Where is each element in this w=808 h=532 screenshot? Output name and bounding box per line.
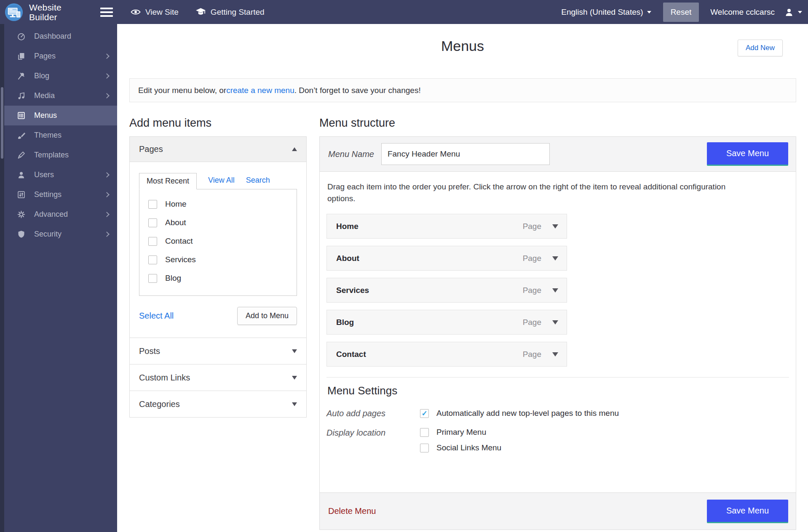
notice-text-pre: Edit your menu below, or: [138, 86, 226, 95]
sidebar-item-pages[interactable]: Pages: [4, 46, 117, 66]
menu-item-blog[interactable]: Blog Page: [326, 310, 567, 335]
primary-menu-checkbox[interactable]: [420, 428, 429, 437]
accordion-posts-header[interactable]: Posts: [130, 338, 306, 364]
user-menu[interactable]: [784, 7, 802, 17]
sidebar-scrollbar-thumb[interactable]: [1, 87, 3, 159]
drag-instructions: Drag each item into the order you prefer…: [327, 181, 742, 205]
menu-items-list: Home Page About Page Services Page Blog …: [326, 214, 789, 374]
item-options-arrow-icon[interactable]: [552, 256, 558, 261]
page-checkbox-label: Home: [165, 200, 187, 209]
create-new-menu-link[interactable]: create a new menu: [226, 86, 294, 95]
item-options-arrow-icon[interactable]: [552, 288, 558, 293]
menu-settings-heading: Menu Settings: [327, 384, 789, 397]
tab-view-all[interactable]: View All: [208, 176, 235, 189]
sidebar-item-menus[interactable]: Menus: [4, 106, 117, 125]
sidebar-item-media[interactable]: Media: [4, 86, 117, 106]
sidebar-item-label: Templates: [34, 151, 69, 160]
item-options-arrow-icon[interactable]: [552, 352, 558, 356]
auto-add-pages-row: Auto add pages Automatically add new top…: [326, 408, 789, 418]
sidebar-item-dashboard[interactable]: Dashboard: [4, 27, 117, 46]
item-options-arrow-icon[interactable]: [552, 320, 558, 325]
app-logo-icon: [4, 3, 24, 22]
accordion-pages-header[interactable]: Pages: [130, 137, 306, 162]
tab-search[interactable]: Search: [246, 176, 270, 189]
add-menu-items-heading: Add menu items: [129, 117, 307, 130]
page-checkbox-home[interactable]: [148, 200, 157, 209]
save-menu-button-top[interactable]: Save Menu: [707, 142, 788, 166]
view-site-button[interactable]: View Site: [131, 8, 179, 17]
auto-add-pages-label: Auto add pages: [326, 408, 420, 418]
pages-accordion-body: Most Recent View All Search Home About C…: [130, 162, 306, 338]
pages-footer: Select All Add to Menu: [139, 307, 297, 325]
chevron-right-icon: [104, 53, 110, 59]
social-links-menu-label: Social Links Menu: [436, 443, 501, 452]
display-option-primary: Primary Menu: [420, 428, 501, 437]
pages-checkbox-list: Home About Contact Services Blog: [139, 189, 297, 296]
primary-menu-label: Primary Menu: [436, 428, 486, 437]
page-checkbox-contact[interactable]: [148, 237, 157, 246]
expand-arrow-icon: [292, 349, 297, 353]
accordion-pages-label: Pages: [139, 144, 163, 154]
add-to-menu-button[interactable]: Add to Menu: [237, 307, 297, 325]
menu-structure-body: Drag each item into the order you prefer…: [320, 172, 796, 492]
accordion-custom-links-header[interactable]: Custom Links: [130, 364, 306, 391]
sidebar-item-blog[interactable]: Blog: [4, 66, 117, 86]
menu-item-label: Services: [336, 286, 369, 295]
chevron-right-icon: [104, 172, 110, 178]
pages-icon: [17, 52, 26, 61]
menu-item-about[interactable]: About Page: [326, 246, 567, 271]
hamburger-menu-icon[interactable]: [100, 8, 113, 17]
menu-name-input[interactable]: [381, 143, 550, 165]
chevron-right-icon: [104, 192, 110, 197]
menu-item-type: Page: [523, 350, 541, 359]
auto-add-checkbox[interactable]: [420, 409, 429, 418]
add-new-button[interactable]: Add New: [738, 40, 783, 56]
sidebar-item-label: Blog: [34, 72, 49, 80]
reset-button[interactable]: Reset: [663, 3, 699, 22]
auto-add-option: Automatically add new top-level pages to…: [420, 408, 619, 418]
chevron-down-icon: [647, 11, 651, 13]
delete-menu-link[interactable]: Delete Menu: [328, 506, 376, 516]
display-location-options: Primary Menu Social Links Menu: [420, 428, 501, 452]
menu-item-type: Page: [523, 222, 541, 231]
chevron-right-icon: [104, 73, 110, 79]
menu-item-contact[interactable]: Contact Page: [326, 342, 567, 367]
graduation-cap-icon: [195, 8, 206, 16]
menu-name-bar: Menu Name Save Menu: [320, 137, 796, 172]
list-item: About: [139, 213, 297, 232]
page-checkbox-blog[interactable]: [148, 274, 157, 283]
language-selector[interactable]: English (United States): [561, 8, 651, 17]
sidebar-item-security[interactable]: Security: [4, 224, 117, 244]
sidebar-item-templates[interactable]: Templates: [4, 145, 117, 165]
select-all-link[interactable]: Select All: [139, 311, 174, 321]
page-checkbox-label: Services: [165, 255, 196, 264]
eye-icon: [131, 8, 141, 16]
item-options-arrow-icon[interactable]: [552, 224, 558, 229]
menu-structure-footer: Delete Menu Save Menu: [320, 492, 796, 529]
save-menu-button-bottom[interactable]: Save Menu: [707, 500, 788, 523]
sidebar-item-themes[interactable]: Themes: [4, 125, 117, 145]
getting-started-button[interactable]: Getting Started: [195, 8, 265, 17]
menu-item-home[interactable]: Home Page: [326, 214, 567, 239]
page-checkbox-services[interactable]: [148, 255, 157, 264]
sidebar-item-settings[interactable]: Settings: [4, 185, 117, 205]
brand-name: Website Builder: [29, 3, 62, 22]
tab-most-recent[interactable]: Most Recent: [139, 173, 197, 189]
view-site-label: View Site: [145, 8, 179, 17]
menu-settings-section: Menu Settings Auto add pages Automatical…: [326, 377, 789, 462]
menu-item-label: Blog: [336, 318, 354, 327]
collapse-arrow-icon: [292, 147, 297, 151]
page-checkbox-about[interactable]: [148, 218, 157, 227]
pages-tabs: Most Recent View All Search: [139, 173, 297, 189]
social-links-menu-checkbox[interactable]: [420, 444, 429, 452]
page-checkbox-label: Blog: [165, 274, 181, 283]
accordion-categories-header[interactable]: Categories: [130, 391, 306, 417]
page-checkbox-label: Contact: [165, 237, 193, 246]
menu-item-services[interactable]: Services Page: [326, 278, 567, 303]
menu-item-label: Home: [336, 222, 359, 231]
brand[interactable]: Website Builder: [0, 3, 99, 22]
sidebar-scrollbar[interactable]: [0, 24, 4, 532]
accordion-custom-links-label: Custom Links: [139, 373, 190, 383]
sidebar-item-advanced[interactable]: Advanced: [4, 205, 117, 224]
sidebar-item-users[interactable]: Users: [4, 165, 117, 185]
